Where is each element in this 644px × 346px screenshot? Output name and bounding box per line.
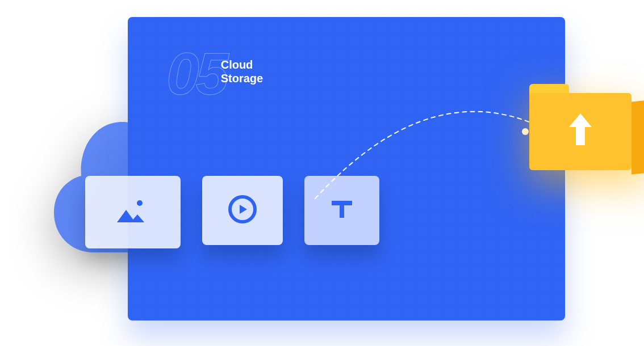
file-type-tiles (85, 176, 379, 248)
panel-header: 05 Cloud Storage (166, 44, 263, 103)
photo-icon (112, 195, 153, 229)
svg-rect-3 (340, 201, 344, 218)
section-number: 05 (166, 44, 225, 103)
photo-tile[interactable] (85, 176, 181, 248)
title-line-1: Cloud (221, 58, 263, 71)
panel-title: Cloud Storage (221, 58, 263, 85)
title-line-2: Storage (221, 71, 263, 85)
illustration-canvas: 05 Cloud Storage (0, 0, 644, 346)
folder-side (632, 100, 644, 175)
svg-point-0 (137, 200, 143, 206)
video-tile[interactable] (202, 176, 283, 245)
upload-arrow-icon (566, 111, 595, 152)
text-tile[interactable] (304, 176, 379, 245)
upload-folder[interactable] (529, 84, 639, 170)
text-icon (329, 199, 354, 222)
main-panel: 05 Cloud Storage (128, 17, 565, 320)
arc-endpoint-dot (522, 128, 529, 135)
video-icon (228, 195, 257, 226)
